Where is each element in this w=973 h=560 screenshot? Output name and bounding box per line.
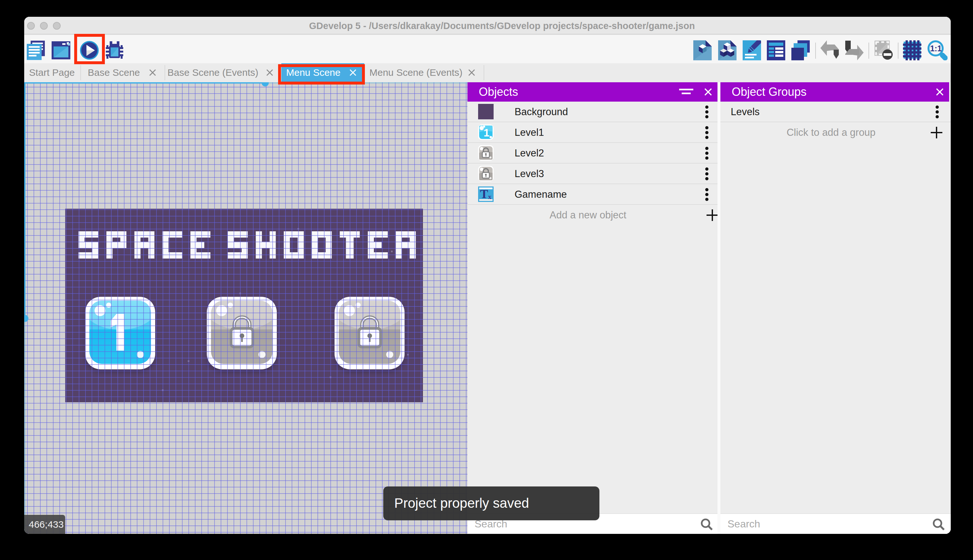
svg-text:x: x — [488, 193, 491, 201]
svg-text:1:1: 1:1 — [930, 44, 942, 53]
svg-text:T: T — [480, 187, 488, 201]
svg-text:1: 1 — [483, 127, 490, 139]
